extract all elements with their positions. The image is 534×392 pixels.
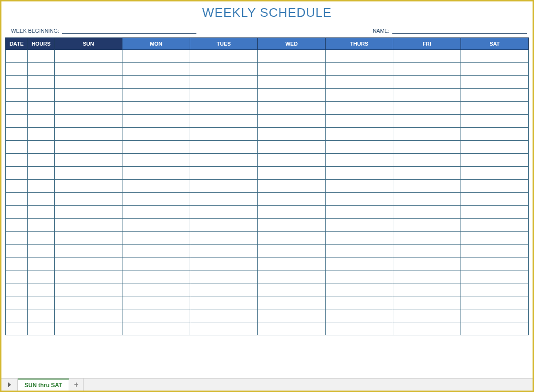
cell-date[interactable] (6, 193, 28, 206)
cell-mon[interactable] (122, 270, 190, 283)
cell-wed[interactable] (258, 76, 326, 89)
cell-sat[interactable] (461, 89, 529, 102)
cell-tues[interactable] (190, 245, 258, 257)
cell-sun[interactable] (55, 115, 122, 128)
cell-thurs[interactable] (326, 141, 393, 154)
cell-fri[interactable] (393, 115, 461, 128)
cell-sun[interactable] (55, 232, 122, 245)
cell-date[interactable] (6, 180, 28, 193)
cell-mon[interactable] (122, 180, 190, 193)
cell-hours[interactable] (28, 76, 55, 89)
cell-mon[interactable] (122, 76, 190, 89)
cell-hours[interactable] (28, 63, 55, 76)
cell-sat[interactable] (461, 270, 529, 283)
cell-sun[interactable] (55, 270, 122, 283)
cell-date[interactable] (6, 206, 28, 219)
cell-fri[interactable] (393, 89, 461, 102)
cell-thurs[interactable] (326, 270, 393, 283)
cell-thurs[interactable] (326, 283, 393, 296)
cell-tues[interactable] (190, 180, 258, 193)
cell-wed[interactable] (258, 141, 326, 154)
tab-sun-thru-sat[interactable]: SUN thru SAT (18, 379, 69, 391)
cell-fri[interactable] (393, 257, 461, 270)
cell-hours[interactable] (28, 115, 55, 128)
cell-fri[interactable] (393, 206, 461, 219)
week-beginning-input[interactable] (62, 26, 196, 34)
cell-wed[interactable] (258, 309, 326, 322)
cell-hours[interactable] (28, 257, 55, 270)
cell-sat[interactable] (461, 141, 529, 154)
cell-wed[interactable] (258, 245, 326, 257)
cell-tues[interactable] (190, 141, 258, 154)
cell-date[interactable] (6, 63, 28, 76)
cell-sat[interactable] (461, 193, 529, 206)
cell-wed[interactable] (258, 180, 326, 193)
cell-wed[interactable] (258, 63, 326, 76)
cell-mon[interactable] (122, 128, 190, 141)
cell-hours[interactable] (28, 154, 55, 167)
cell-sun[interactable] (55, 257, 122, 270)
cell-thurs[interactable] (326, 193, 393, 206)
cell-date[interactable] (6, 115, 28, 128)
cell-sat[interactable] (461, 219, 529, 232)
cell-wed[interactable] (258, 193, 326, 206)
cell-fri[interactable] (393, 283, 461, 296)
cell-date[interactable] (6, 50, 28, 63)
cell-sat[interactable] (461, 322, 529, 335)
cell-thurs[interactable] (326, 257, 393, 270)
cell-thurs[interactable] (326, 245, 393, 257)
cell-thurs[interactable] (326, 102, 393, 115)
cell-fri[interactable] (393, 245, 461, 257)
cell-thurs[interactable] (326, 63, 393, 76)
cell-mon[interactable] (122, 206, 190, 219)
cell-fri[interactable] (393, 128, 461, 141)
cell-hours[interactable] (28, 141, 55, 154)
cell-mon[interactable] (122, 322, 190, 335)
cell-sat[interactable] (461, 50, 529, 63)
cell-wed[interactable] (258, 167, 326, 180)
cell-hours[interactable] (28, 193, 55, 206)
cell-date[interactable] (6, 283, 28, 296)
cell-sun[interactable] (55, 206, 122, 219)
cell-hours[interactable] (28, 270, 55, 283)
cell-tues[interactable] (190, 206, 258, 219)
cell-sun[interactable] (55, 296, 122, 309)
add-sheet-button[interactable]: + (69, 379, 84, 391)
cell-date[interactable] (6, 219, 28, 232)
cell-tues[interactable] (190, 193, 258, 206)
cell-tues[interactable] (190, 167, 258, 180)
cell-hours[interactable] (28, 206, 55, 219)
cell-date[interactable] (6, 245, 28, 257)
cell-fri[interactable] (393, 232, 461, 245)
cell-fri[interactable] (393, 296, 461, 309)
cell-date[interactable] (6, 141, 28, 154)
cell-fri[interactable] (393, 76, 461, 89)
cell-thurs[interactable] (326, 89, 393, 102)
cell-hours[interactable] (28, 167, 55, 180)
cell-tues[interactable] (190, 283, 258, 296)
cell-sun[interactable] (55, 219, 122, 232)
cell-sun[interactable] (55, 50, 122, 63)
cell-hours[interactable] (28, 232, 55, 245)
cell-thurs[interactable] (326, 309, 393, 322)
cell-fri[interactable] (393, 154, 461, 167)
cell-fri[interactable] (393, 322, 461, 335)
cell-hours[interactable] (28, 322, 55, 335)
cell-wed[interactable] (258, 232, 326, 245)
cell-fri[interactable] (393, 180, 461, 193)
cell-tues[interactable] (190, 270, 258, 283)
cell-wed[interactable] (258, 115, 326, 128)
cell-mon[interactable] (122, 193, 190, 206)
cell-mon[interactable] (122, 115, 190, 128)
cell-mon[interactable] (122, 309, 190, 322)
cell-tues[interactable] (190, 89, 258, 102)
cell-wed[interactable] (258, 283, 326, 296)
cell-thurs[interactable] (326, 115, 393, 128)
cell-mon[interactable] (122, 283, 190, 296)
cell-mon[interactable] (122, 63, 190, 76)
cell-sun[interactable] (55, 245, 122, 257)
cell-thurs[interactable] (326, 322, 393, 335)
cell-mon[interactable] (122, 296, 190, 309)
cell-tues[interactable] (190, 154, 258, 167)
cell-date[interactable] (6, 167, 28, 180)
